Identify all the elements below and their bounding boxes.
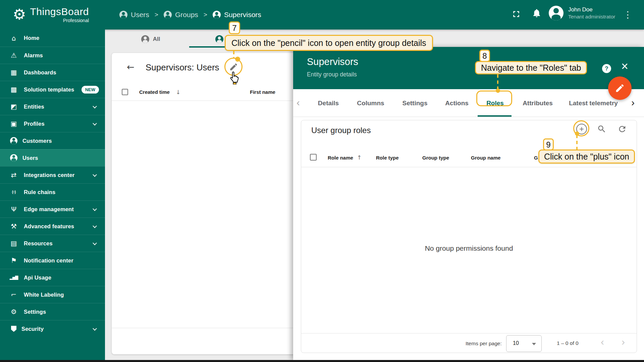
sidebar-item-alarms[interactable]: ⚠Alarms (0, 47, 105, 64)
chevron-down-icon (93, 326, 97, 330)
column-header-first-name[interactable]: First name (250, 89, 275, 95)
annotation-8-connector (497, 74, 498, 89)
select-all-checkbox[interactable] (122, 89, 128, 95)
chevron-down-icon (93, 206, 97, 211)
breadcrumb-item-groups[interactable]: Groups (164, 11, 198, 19)
group-icon (215, 35, 223, 43)
prev-page-icon[interactable]: ‹ (601, 336, 604, 348)
app-logo[interactable]: ⚙ ThingsBoard Professional (13, 3, 89, 25)
tab-actions[interactable]: Actions (445, 89, 469, 117)
sidebar-item-label: Customers (22, 138, 52, 144)
breadcrumb-label: Users (131, 11, 149, 19)
api-usage-icon: ▂▅▇ (9, 276, 19, 280)
sidebar-item-notification-center[interactable]: ⚑Notification center (0, 252, 105, 269)
user-name: John Doe (568, 6, 593, 13)
thingsboard-app: ⚙ ThingsBoard Professional Users>Groups>… (0, 0, 644, 362)
next-page-icon[interactable]: › (622, 336, 625, 348)
refresh-icon[interactable] (618, 124, 627, 134)
annotation-7-number: 7 (229, 21, 240, 34)
column-header-role-type[interactable]: Role type (376, 155, 399, 161)
tab-settings[interactable]: Settings (402, 89, 428, 117)
sidebar-item-label: Home (24, 35, 39, 41)
annotation-9-number: 9 (543, 138, 554, 150)
tab-all[interactable]: All (132, 31, 169, 48)
chevron-down-icon (93, 224, 97, 228)
annotation-8-number: 8 (479, 50, 490, 62)
edit-fab-button[interactable] (608, 76, 632, 100)
sidebar-item-label: Profiles (24, 121, 45, 127)
column-header-created-time[interactable]: Created time (139, 89, 170, 95)
tabs-scroll-left-icon[interactable]: ‹ (297, 89, 300, 117)
column-header-role-name[interactable]: Role name (328, 155, 353, 161)
sidebar-item-dashboards[interactable]: ▦Dashboards (0, 64, 105, 81)
sidebar-item-label: Notification center (24, 257, 73, 264)
sidebar-item-entities[interactable]: ◩Entities (0, 98, 105, 115)
search-icon[interactable] (597, 124, 606, 134)
sidebar-item-users[interactable]: Users (0, 149, 105, 166)
select-all-roles-checkbox[interactable] (310, 154, 317, 161)
chevron-down-icon (93, 172, 97, 177)
bell-icon[interactable] (532, 8, 542, 18)
tabs-scroll-right-icon[interactable]: › (631, 89, 635, 117)
sort-asc-icon[interactable]: ↑ (357, 154, 362, 161)
sidebar-item-profiles[interactable]: ▣Profiles (0, 115, 105, 132)
kebab-menu-icon[interactable]: ⋮ (623, 9, 632, 21)
pencil-icon (615, 83, 625, 93)
help-icon[interactable]: ? (602, 64, 611, 73)
sidebar-item-label: Resources (24, 240, 53, 247)
divider (112, 101, 300, 101)
customers-icon (10, 137, 17, 144)
column-header-group-type[interactable]: Group type (422, 155, 449, 161)
users-icon (10, 154, 17, 162)
sidebar-item-security[interactable]: Security (0, 320, 105, 337)
breadcrumb-separator: > (204, 11, 207, 18)
fullscreen-icon[interactable] (511, 9, 521, 19)
rule-chains-icon: ⟨·⟩ (9, 190, 19, 194)
home-icon: ⌂ (9, 35, 19, 42)
top-header: ⚙ ThingsBoard Professional Users>Groups>… (0, 0, 644, 29)
sidebar-item-advanced-features[interactable]: ⚒Advanced features (0, 218, 105, 235)
sidebar-item-label: Rule chains (24, 189, 55, 195)
sort-desc-icon[interactable]: ↓ (176, 89, 180, 96)
solution-templates-icon: ▩ (9, 86, 19, 93)
sidebar-item-white-labeling[interactable]: ⌐White Labeling (0, 286, 105, 303)
breadcrumb-item-supervisors[interactable]: Supervisors (213, 11, 261, 19)
users-table-title: Supervisors: Users (146, 62, 219, 73)
group-icon (141, 35, 149, 43)
bottom-edge-bar (0, 360, 644, 362)
profiles-icon: ▣ (9, 120, 19, 127)
breadcrumb-item-users[interactable]: Users (119, 11, 149, 19)
tab-attributes[interactable]: Attributes (523, 89, 553, 117)
sidebar-item-rule-chains[interactable]: ⟨·⟩Rule chains (0, 183, 105, 200)
sidebar-item-solution-templates[interactable]: ▩Solution templatesNEW (0, 81, 105, 98)
sidebar-item-resources[interactable]: ▤Resources (0, 235, 105, 252)
column-header-group-name[interactable]: Group name (471, 155, 500, 161)
tab-details[interactable]: Details (318, 89, 339, 117)
sidebar-item-home[interactable]: ⌂Home (0, 29, 105, 47)
roles-pagination: Items per page: 10 1 – 0 of 0 ‹ › (301, 333, 637, 353)
page-size-value: 10 (513, 340, 519, 346)
group-icon (164, 11, 172, 19)
roles-section-title: User group roles (311, 126, 371, 135)
items-per-page-label: Items per page: (466, 341, 502, 347)
white-labeling-icon: ⌐ (9, 291, 19, 298)
sidebar-item-label: Advanced features (24, 223, 74, 230)
sidebar-item-settings[interactable]: ⚙Settings (0, 303, 105, 320)
back-arrow-icon[interactable]: ← (127, 62, 135, 72)
sidebar-item-edge-management[interactable]: ΨEdge management (0, 200, 105, 218)
sidebar-item-api-usage[interactable]: ▂▅▇Api Usage (0, 269, 105, 286)
user-avatar[interactable] (549, 6, 564, 20)
integrations-center-icon: ⇄ (9, 172, 19, 178)
sidebar-item-label: Users (22, 155, 38, 161)
close-icon[interactable]: × (621, 60, 628, 73)
sidebar-item-customers[interactable]: Customers (0, 132, 105, 149)
sidebar: ⌂Home⚠Alarms▦Dashboards▩Solution templat… (0, 29, 105, 360)
annotation-9-text: Click on the "plus" icon (538, 149, 635, 164)
resources-icon: ▤ (9, 240, 19, 247)
sidebar-item-integrations-center[interactable]: ⇄Integrations center (0, 166, 105, 183)
breadcrumb-label: Supervisors (224, 11, 261, 19)
tab-columns[interactable]: Columns (357, 89, 384, 117)
sidebar-item-label: Integrations center (24, 172, 74, 178)
sidebar-item-label: Entities (24, 104, 44, 110)
page-size-select[interactable]: 10 (506, 335, 542, 352)
